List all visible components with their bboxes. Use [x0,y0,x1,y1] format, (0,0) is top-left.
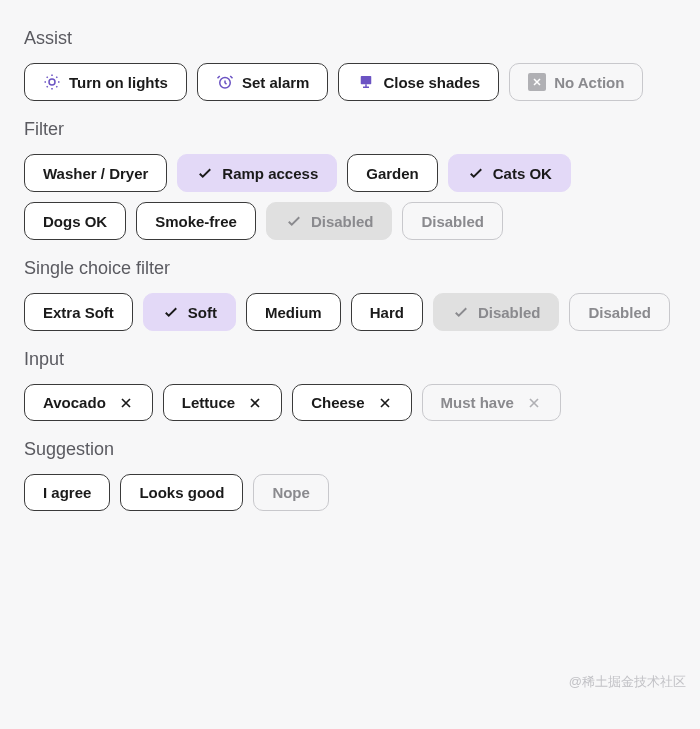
filter-chip-garden[interactable]: Garden [347,154,438,192]
assist-chip-alarm[interactable]: Set alarm [197,63,329,101]
single-chip-medium[interactable]: Medium [246,293,341,331]
chip-label: Smoke-free [155,213,237,230]
input-row: Avocado Lettuce Cheese Must have [24,384,676,421]
chip-label: Disabled [421,213,484,230]
chip-label: Disabled [311,213,374,230]
check-icon [285,212,303,230]
input-chip-must-have: Must have [422,384,561,421]
chip-label: Extra Soft [43,304,114,321]
close-icon[interactable] [247,395,263,411]
section-title-assist: Assist [24,28,676,49]
filter-chip-cats[interactable]: Cats OK [448,154,571,192]
close-icon[interactable] [118,395,134,411]
single-chip-disabled-filled: Disabled [433,293,560,331]
assist-chip-shades[interactable]: Close shades [338,63,499,101]
section-title-input: Input [24,349,676,370]
chip-label: Hard [370,304,404,321]
section-title-single-choice: Single choice filter [24,258,676,279]
input-chip-avocado[interactable]: Avocado [24,384,153,421]
single-choice-row: Extra Soft Soft Medium Hard Disabled Dis… [24,293,676,331]
svg-rect-2 [361,76,372,84]
svg-point-0 [49,79,55,85]
chip-label: Disabled [478,304,541,321]
chip-label: Nope [272,484,310,501]
check-icon [467,164,485,182]
check-icon [162,303,180,321]
chip-label: Ramp access [222,165,318,182]
filter-chip-disabled-filled: Disabled [266,202,393,240]
close-icon[interactable] [377,395,393,411]
box-x-icon [528,73,546,91]
chip-label: Looks good [139,484,224,501]
chip-label: Lettuce [182,394,235,411]
chip-label: No Action [554,74,624,91]
suggestion-chip-looks-good[interactable]: Looks good [120,474,243,511]
chip-label: Garden [366,165,419,182]
assist-row: Turn on lights Set alarm Close shades No… [24,63,676,101]
filter-chip-disabled-outline: Disabled [402,202,503,240]
chip-label: Medium [265,304,322,321]
single-chip-hard[interactable]: Hard [351,293,423,331]
filter-chip-smoke[interactable]: Smoke-free [136,202,256,240]
section-title-suggestion: Suggestion [24,439,676,460]
input-chip-lettuce[interactable]: Lettuce [163,384,282,421]
filter-chip-washer[interactable]: Washer / Dryer [24,154,167,192]
chip-label: I agree [43,484,91,501]
assist-chip-lights[interactable]: Turn on lights [24,63,187,101]
single-chip-soft[interactable]: Soft [143,293,236,331]
chip-label: Must have [441,394,514,411]
chip-label: Dogs OK [43,213,107,230]
single-chip-extra-soft[interactable]: Extra Soft [24,293,133,331]
chip-label: Washer / Dryer [43,165,148,182]
chip-label: Turn on lights [69,74,168,91]
sun-icon [43,73,61,91]
section-title-filter: Filter [24,119,676,140]
suggestion-chip-agree[interactable]: I agree [24,474,110,511]
filter-row: Washer / Dryer Ramp access Garden Cats O… [24,154,676,240]
chip-label: Cats OK [493,165,552,182]
chip-label: Disabled [588,304,651,321]
chip-label: Close shades [383,74,480,91]
chip-label: Avocado [43,394,106,411]
single-chip-disabled-outline: Disabled [569,293,670,331]
suggestion-chip-nope: Nope [253,474,329,511]
assist-chip-no-action: No Action [509,63,643,101]
chip-label: Cheese [311,394,364,411]
chip-label: Set alarm [242,74,310,91]
shades-icon [357,73,375,91]
filter-chip-dogs[interactable]: Dogs OK [24,202,126,240]
suggestion-row: I agree Looks good Nope [24,474,676,511]
input-chip-cheese[interactable]: Cheese [292,384,411,421]
check-icon [196,164,214,182]
chip-label: Soft [188,304,217,321]
check-icon [452,303,470,321]
alarm-icon [216,73,234,91]
filter-chip-ramp[interactable]: Ramp access [177,154,337,192]
close-icon [526,395,542,411]
